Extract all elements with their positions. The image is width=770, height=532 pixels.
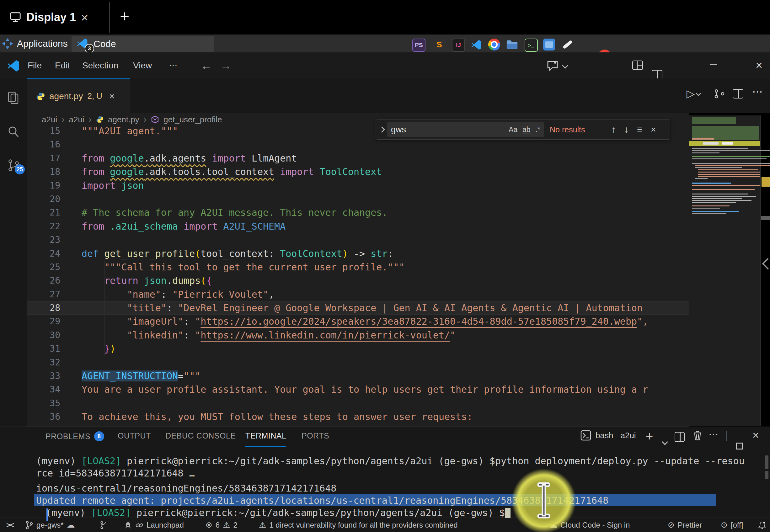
menu-more[interactable]: ⋯ — [166, 52, 181, 78]
code-line-23[interactable]: 23 — [27, 233, 689, 247]
code-line-32[interactable]: 32 — [27, 356, 689, 369]
viewer-tab-close-button[interactable]: × — [81, 11, 88, 24]
find-previous-button[interactable]: ↑ — [611, 124, 616, 135]
code-editor[interactable]: 15"""A2UI agent."""1617from google.adk.a… — [27, 126, 689, 427]
prettier-status-item[interactable]: ⊘ Prettier — [668, 518, 702, 532]
code-line-22[interactable]: 22from .a2ui_schema import A2UI_SCHEMA — [27, 220, 689, 233]
terminal-line-4[interactable]: Updated remote agent: projects/a2ui-agen… — [27, 494, 770, 507]
code-line-16[interactable]: 16 — [27, 138, 689, 151]
vulnerability-status-item[interactable]: ⚠ 1 direct vulnerability found for all t… — [259, 518, 458, 532]
find-input[interactable]: gws Aa ab .* — [387, 122, 544, 137]
tab-problems[interactable]: PROBLEMS 8 — [45, 431, 104, 441]
source-control-icon[interactable]: 25 — [7, 159, 20, 173]
tab-terminal[interactable]: TERMINAL — [245, 431, 286, 440]
terminal-dropdown-icon[interactable] — [663, 435, 667, 447]
terminal-line-3[interactable]: ions/us-central1/reasoningEngines/583463… — [27, 482, 770, 494]
tab-close-icon[interactable]: × — [109, 91, 115, 102]
menu-edit[interactable]: Edit — [52, 52, 73, 78]
git-graph-icon[interactable] — [100, 518, 107, 532]
terminal-line-2[interactable]: rce id=5834638717142171648 … — [27, 467, 770, 479]
copilot-chat-button[interactable] — [547, 60, 567, 71]
kill-terminal-button[interactable] — [693, 431, 702, 441]
code-line-36[interactable]: 36To achieve this, you MUST follow these… — [27, 410, 689, 423]
code-line-30[interactable]: 30 "linkedin": "https://www.linkedin.com… — [27, 328, 689, 342]
menu-file[interactable]: File — [24, 52, 45, 78]
notifications-bell[interactable] — [758, 518, 766, 532]
tab-output[interactable]: OUTPUT — [118, 431, 151, 440]
viewer-tab-display1[interactable]: Display 1 — [9, 6, 76, 28]
terminal-tray-icon[interactable]: >_ — [525, 39, 538, 52]
problems-status-item[interactable]: ⊗ 6 ⚠ 2 — [206, 518, 238, 532]
nav-back-button[interactable]: ← — [201, 59, 212, 72]
code-line-19[interactable]: 19import json — [27, 179, 689, 192]
launchpad-item[interactable]: Launchpad — [124, 518, 184, 532]
find-expand-icon[interactable] — [379, 126, 385, 133]
code-line-21[interactable]: 21# The schema for any A2UI message. Thi… — [27, 206, 689, 219]
match-case-toggle[interactable]: Aa — [509, 125, 517, 134]
sublime-tray-icon[interactable]: S — [433, 39, 445, 51]
run-python-button[interactable]: ▷ — [687, 87, 700, 100]
nav-forward-button[interactable]: → — [220, 59, 232, 72]
split-terminal-button[interactable] — [675, 432, 685, 442]
breadcrumb-file[interactable]: agent.py — [108, 115, 139, 125]
viewer-add-tab-button[interactable]: + — [120, 8, 129, 24]
intellij-tray-icon[interactable]: IJ — [452, 39, 465, 52]
code-line-18[interactable]: 18from google.adk.tools.tool_context imp… — [27, 165, 689, 178]
code-line-35[interactable]: 35 — [27, 396, 689, 410]
find-next-button[interactable]: ↓ — [624, 124, 629, 135]
close-panel-button[interactable]: × — [752, 429, 759, 442]
explorer-icon[interactable] — [7, 91, 20, 105]
cloud-code-signin[interactable]: ☁ Cloud Code - Sign in — [549, 518, 630, 532]
code-line-29[interactable]: 29 "imageUrl": "https://io.google/2024/s… — [27, 315, 689, 328]
terminal-line-5[interactable]: (myenv) [LOAS2] pierrick@pierrick:~/git/… — [27, 507, 770, 519]
files-tray-icon[interactable] — [506, 39, 518, 51]
chrome-tray-icon[interactable] — [488, 39, 500, 51]
window-minimize-button[interactable]: – — [710, 57, 717, 71]
terminal-line-1[interactable]: (myenv) [LOAS2] pierrick@pierrick:~/git/… — [27, 455, 770, 467]
breadcrumb-a2ui[interactable]: a2ui — [42, 115, 57, 125]
code-line-33[interactable]: 33AGENT_INSTRUCTION=""" — [27, 369, 689, 383]
remote-indicator[interactable]: >< — [6, 518, 13, 532]
panel-more-actions[interactable]: ⋯ — [709, 428, 719, 440]
maximize-panel-button[interactable] — [736, 443, 743, 450]
tab-ports[interactable]: PORTS — [302, 431, 329, 440]
git-branch-item[interactable]: ge-gws* ☁ — [25, 518, 75, 532]
regex-toggle[interactable]: .* — [536, 125, 540, 134]
terminal-instance[interactable]: bash - a2ui — [580, 430, 636, 441]
window-tray-icon[interactable] — [543, 39, 555, 51]
split-editor-button[interactable] — [733, 89, 743, 98]
minimap[interactable] — [689, 115, 760, 426]
code-line-24[interactable]: 24def get_user_profile(tool_context: Too… — [27, 247, 689, 260]
scrollbar-slider[interactable] — [761, 216, 770, 220]
search-sidebar-icon[interactable] — [7, 125, 20, 139]
code-line-28[interactable]: 28 "title": "DevRel Engineer @ Google Wo… — [27, 301, 689, 315]
window-close-button[interactable]: × — [756, 59, 762, 71]
code-line-26[interactable]: 26 return json.dumps({ — [27, 274, 689, 287]
breadcrumb-a2ui-2[interactable]: a2ui — [69, 115, 84, 125]
new-terminal-button[interactable]: + — [646, 429, 653, 444]
code-line-20[interactable]: 20 — [27, 192, 689, 206]
taskbar-window-code[interactable]: 3 Code — [72, 36, 214, 52]
screencast-status-item[interactable]: ⊙ [off] — [721, 518, 743, 532]
find-close-button[interactable]: × — [651, 124, 656, 135]
menu-view[interactable]: View — [130, 52, 155, 78]
code-line-25[interactable]: 25 """Call this tool to get the current … — [27, 260, 689, 274]
applications-menu[interactable]: Applications — [2, 35, 79, 52]
stylus-tray-icon[interactable] — [562, 39, 574, 51]
whole-word-toggle[interactable]: ab — [522, 125, 531, 134]
tab-agent-py[interactable]: agent.py 2, U × — [27, 78, 130, 113]
code-line-34[interactable]: 34You are a user profile assistant. Your… — [27, 383, 689, 396]
photoshop-tray-icon[interactable]: PS — [412, 39, 425, 52]
code-line-17[interactable]: 17from google.adk.agents import LlmAgent — [27, 152, 689, 165]
breadcrumb-symbol[interactable]: get_user_profile — [163, 115, 222, 125]
toggle-sidebar-button[interactable] — [652, 70, 662, 79]
open-changes-icon[interactable] — [714, 88, 725, 99]
find-in-selection-button[interactable]: ≡ — [637, 124, 643, 135]
menu-selection[interactable]: Selection — [79, 52, 121, 78]
tab-debug-console[interactable]: DEBUG CONSOLE — [165, 431, 236, 440]
code-line-27[interactable]: 27 "name": "Pierrick Voulet", — [27, 288, 689, 301]
vscode-tray-icon[interactable] — [470, 39, 482, 51]
editor-more-actions[interactable]: ⋯ — [752, 85, 763, 98]
code-line-31[interactable]: 31 }) — [27, 342, 689, 355]
customize-layout-button[interactable] — [632, 61, 643, 70]
